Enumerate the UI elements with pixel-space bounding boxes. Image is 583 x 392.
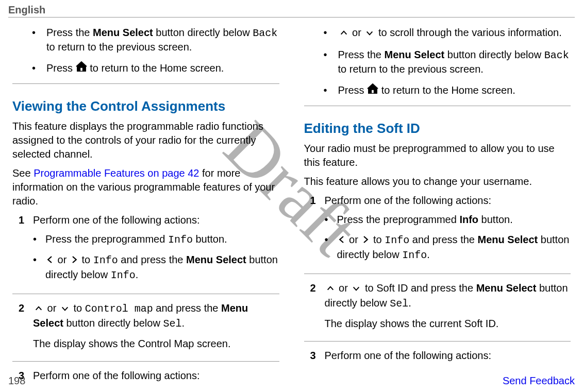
text-code: Sel [163, 318, 181, 330]
text-code: Info [111, 269, 136, 281]
text-bold: Menu Select [478, 234, 538, 245]
text-bold: Menu Select [476, 282, 537, 294]
rule [304, 106, 571, 106]
bullet-item: Press the Menu Select button directly be… [324, 48, 571, 76]
right-intro-bullets: or to scroll through the various informa… [304, 26, 571, 98]
rule [12, 361, 279, 362]
text: to scroll through the various informatio… [375, 27, 561, 38]
chevron-down-icon [351, 282, 362, 296]
text-code: Back [544, 49, 569, 61]
step-body: or to Control map and press the Menu Sel… [33, 301, 279, 356]
rule [12, 294, 279, 294]
step-body: Perform one of the following actions: [325, 349, 571, 363]
header-rule [8, 17, 575, 18]
step-result: The display shows the Control Map screen… [33, 337, 279, 351]
text: Press [338, 84, 368, 96]
chevron-up-icon [325, 282, 336, 296]
text: to return to the Home screen. [378, 84, 515, 96]
sub-bullet: or to Info and press the Menu Select but… [33, 253, 279, 282]
text: . [136, 269, 139, 280]
text: Press the preprogrammed [45, 233, 168, 245]
step-2: 2 or to Control map and press the Menu S… [12, 301, 279, 356]
chevron-up-icon [338, 27, 349, 41]
text: button directly below [63, 317, 163, 329]
bullet-item: or to scroll through the various informa… [324, 26, 571, 41]
left-column: Press the Menu Select button directly be… [10, 26, 281, 387]
text-code: Control map [85, 303, 153, 315]
sub-bullet: Press the preprogrammed Info button. [325, 213, 571, 227]
step-body: or to Soft ID and press the Menu Select … [325, 281, 571, 336]
text: . [427, 249, 430, 260]
text: or [55, 254, 70, 265]
rule [12, 83, 279, 84]
send-feedback-link[interactable]: Send Feedback [503, 375, 575, 387]
text: to [71, 302, 85, 314]
heading-viewing-control-assignments: Viewing the Control Assignments [12, 98, 279, 114]
text: button. [478, 214, 513, 225]
chevron-left-icon [45, 254, 55, 268]
text: or [346, 234, 361, 245]
chevron-right-icon [70, 254, 79, 268]
step-2: 2 or to Soft ID and press the Menu Selec… [304, 281, 571, 336]
text: . [408, 297, 411, 309]
step-number: 3 [310, 349, 325, 363]
step-body: Perform one of the following actions: Pr… [33, 213, 279, 288]
chevron-down-icon [364, 27, 375, 41]
text-bold: Info [459, 214, 478, 225]
step-number: 1 [310, 194, 325, 268]
text: button directly below [444, 49, 544, 60]
bullet-item: Press the Menu Select button directly be… [32, 26, 279, 54]
text: to return to the previous screen. [46, 41, 192, 53]
home-icon [367, 83, 378, 98]
text: or [349, 27, 364, 38]
text: Press [46, 62, 76, 74]
text: button. [193, 233, 227, 245]
text-bold: Menu Select [385, 49, 445, 60]
text: to [79, 254, 93, 265]
paragraph: See Programmable Features on page 42 for… [12, 166, 279, 208]
text: and press the [118, 254, 186, 265]
paragraph: This feature displays the programmable r… [12, 120, 279, 161]
chevron-left-icon [337, 234, 346, 248]
content-columns: Press the Menu Select button directly be… [8, 26, 575, 387]
page-number: 198 [8, 375, 25, 387]
rule [304, 341, 571, 342]
text: and press the [153, 302, 221, 314]
step-body: Perform one of the following actions: Pr… [325, 194, 571, 268]
paragraph: Your radio must be preprogrammed to allo… [304, 142, 571, 169]
left-intro-bullets: Press the Menu Select button directly be… [12, 26, 279, 76]
text: Perform one of the following actions: [33, 214, 200, 226]
page: English Draft Press the Menu Select butt… [0, 0, 583, 392]
text: or [44, 302, 59, 314]
text-code: Info [168, 234, 193, 246]
text: to Soft ID and press the [362, 282, 476, 294]
bullet-item: Press to return to the Home screen. [32, 61, 279, 76]
text-code: Info [93, 254, 118, 266]
text: Press the preprogrammed [337, 214, 460, 225]
step-number: 2 [19, 301, 33, 356]
chevron-right-icon [361, 234, 370, 248]
paragraph: This feature allows you to change your u… [304, 175, 571, 189]
text: to [370, 234, 385, 245]
text-code: Back [253, 27, 277, 39]
text: or [336, 282, 351, 294]
text-code: Sel [390, 298, 408, 310]
step-number: 2 [310, 281, 325, 336]
right-column: or to scroll through the various informa… [302, 26, 573, 387]
text: and press the [409, 234, 477, 245]
rule [304, 274, 571, 274]
step-1: 1 Perform one of the following actions: … [12, 213, 279, 288]
home-icon [76, 61, 87, 76]
text: See [12, 167, 34, 179]
link-programmable-features[interactable]: Programmable Features on page 42 [34, 167, 199, 179]
text-bold: Menu Select [93, 27, 153, 38]
step-number: 1 [19, 213, 33, 288]
step-result: The display shows the current Soft ID. [325, 317, 571, 331]
bullet-item: Press to return to the Home screen. [324, 83, 571, 98]
text: button directly below [153, 27, 253, 38]
text-code: Info [402, 249, 427, 261]
text-bold: Menu Select [186, 254, 246, 265]
sub-bullet: or to Info and press the Menu Select but… [325, 233, 571, 262]
sub-bullet: Press the preprogrammed Info button. [33, 232, 279, 247]
heading-editing-soft-id: Editing the Soft ID [304, 121, 571, 137]
